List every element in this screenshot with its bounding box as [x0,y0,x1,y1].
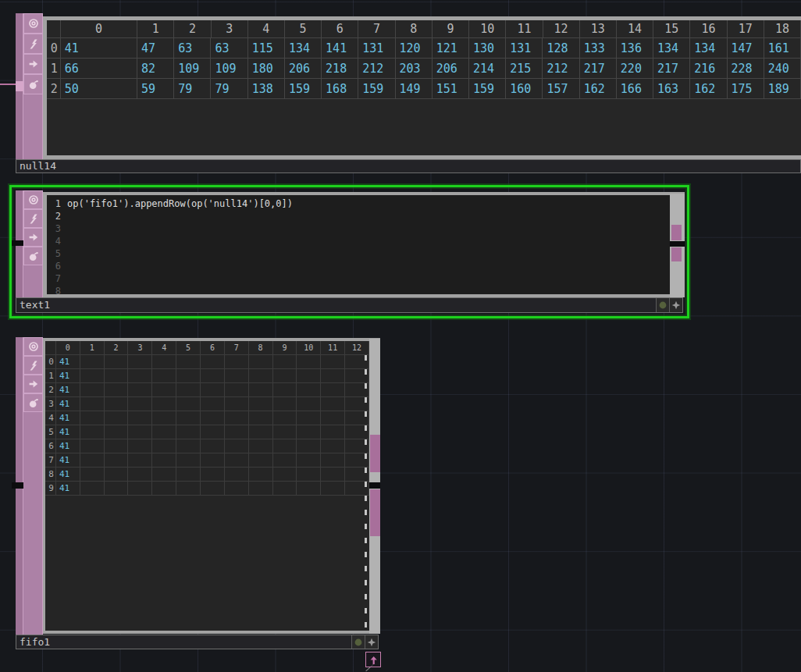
color-dot-button[interactable] [656,298,669,312]
row-index-cell: 8 [45,468,56,482]
table-cell [201,369,225,383]
table-cell [273,482,297,496]
table-cell: 159 [469,79,506,99]
node-name[interactable]: null14 [16,160,800,172]
table-row: 941 [45,482,369,496]
input-connector[interactable] [12,482,23,489]
resize-plus-button[interactable] [669,298,682,312]
network-editor-canvas[interactable]: { "colors": { "selection_green": "#1dd11… [0,0,801,672]
table-cell [80,355,105,369]
line-number: 8 [47,285,61,294]
table-cell [225,468,249,482]
immune-flag-icon [28,79,39,90]
output-connector[interactable] [671,225,682,240]
table-cell: 41 [56,468,80,482]
output-connector-notch[interactable] [670,241,685,247]
table-cell: 160 [506,79,543,99]
output-connector[interactable] [370,489,380,536]
table-viewer[interactable]: 0123456789101112131415161718041476363115… [43,16,801,159]
viewer-flag-icon [28,194,39,205]
node-name-bar[interactable]: text1 [16,297,683,313]
export-flag-icon [28,379,39,389]
table-row: 141 [45,369,369,383]
table-cell: 109 [211,59,247,79]
code-line: 3 [47,222,670,235]
table-cell: 217 [580,59,617,79]
line-number: 5 [47,247,61,260]
table-cell [152,482,176,496]
input-connector[interactable] [16,81,23,91]
node-null14[interactable]: 0123456789101112131415161718041476363115… [16,13,801,173]
wire-stub-box[interactable] [365,652,381,667]
viewer-flag-button[interactable] [23,13,43,34]
output-connector[interactable] [671,247,682,261]
node-name[interactable]: text1 [16,299,656,311]
table-cell [176,397,201,411]
table-cell [105,355,129,369]
export-flag-button[interactable] [23,228,43,247]
table-cell [273,369,297,383]
column-header-cell: 2 [174,20,211,38]
node-name[interactable]: fifo1 [16,636,351,649]
node-name-bar[interactable]: null14 [16,159,801,173]
code-line: 8 [47,285,670,294]
table-cell: 133 [580,38,617,59]
immune-flag-button[interactable] [23,393,43,412]
table-cell [80,468,105,482]
column-header-cell: 4 [152,341,176,355]
table-cell [80,397,105,411]
table-cell: 50 [61,79,137,99]
table-cell: 162 [690,79,727,99]
output-connector[interactable] [370,435,380,472]
table-row: 641 [45,439,369,453]
export-flag-button[interactable] [23,54,43,74]
color-dot-button[interactable] [351,635,365,649]
row-index-cell: 7 [45,453,56,468]
table-cell [297,482,321,496]
row-index-cell: 1 [47,59,61,79]
table-cell: 216 [690,59,727,79]
code-area[interactable]: 1op('fifo1').appendRow(op('null14')[0,0]… [47,195,670,294]
table-cell: 138 [248,79,285,99]
viewer-flag-button[interactable] [23,190,43,209]
input-connector[interactable] [12,240,23,246]
table-cell [225,355,249,369]
column-header-cell: 3 [128,341,152,355]
table-cell [128,482,152,496]
column-header-cell: 9 [433,20,469,38]
viewer-flag-button[interactable] [23,337,43,356]
row-index-cell: 0 [47,38,61,59]
immune-flag-button[interactable] [23,74,43,94]
immune-flag-button[interactable] [23,247,43,265]
table-header-row: 0123456789101112131415161718 [47,20,801,38]
row-tick-marks [365,355,367,628]
table-cell [201,439,225,453]
node-name-bar[interactable]: fifo1 [16,635,379,649]
table-cell: 141 [322,38,358,59]
bypass-flag-button[interactable] [23,34,43,54]
column-header-cell: 16 [690,20,727,38]
line-number: 2 [47,210,61,222]
table-cell [176,383,201,397]
bypass-flag-button[interactable] [23,356,43,375]
table-cell [249,369,273,383]
text-viewer[interactable]: 1op('fifo1').appendRow(op('null14')[0,0]… [43,192,685,297]
export-flag-button[interactable] [23,375,43,393]
table-cell [321,355,345,369]
node-text1[interactable]: 1op('fifo1').appendRow(op('null14')[0,0]… [16,190,685,313]
table-cell [176,439,201,453]
table-cell [225,383,249,397]
bypass-flag-button[interactable] [23,209,43,228]
table-cell: 121 [433,38,469,59]
resize-plus-button[interactable] [365,635,378,649]
table-cell [201,482,225,496]
flag-column [23,337,43,635]
table-cell [225,425,249,439]
table-viewer[interactable]: 0123456789101112041141241341441541641741… [43,338,380,634]
output-connector-notch[interactable] [369,482,380,489]
dat-table: 0123456789101112131415161718041476363115… [47,20,801,155]
line-number: 4 [47,235,61,247]
node-fifo1[interactable]: 0123456789101112041141241341441541641741… [16,337,380,649]
table-cell [273,439,297,453]
table-row: 841 [45,468,369,482]
